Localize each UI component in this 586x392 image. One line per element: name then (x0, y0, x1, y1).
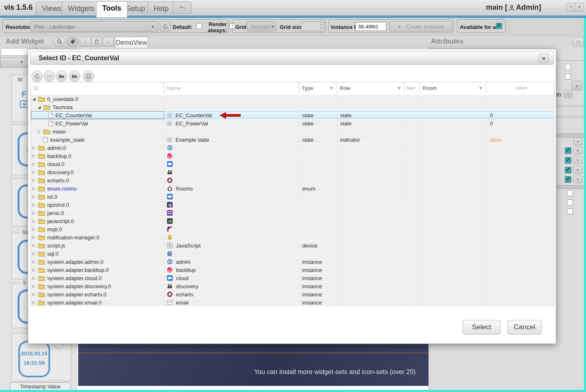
table-row[interactable]: example_stateExample statestateindicator… (31, 136, 554, 144)
table-row[interactable]: system.adapter.email.0emailinstance (31, 298, 554, 307)
table-row[interactable]: iqontrol.0Q (31, 201, 554, 209)
id-cell[interactable]: admin.0 (31, 144, 164, 152)
table-row[interactable]: 0_userdata.0 (31, 95, 554, 103)
table-row[interactable]: admin.0 (31, 144, 554, 152)
create-instance-button[interactable]: + Create instance (389, 21, 452, 32)
attribute-dropdown[interactable]: ▼ (573, 176, 582, 183)
expand-icon[interactable] (32, 293, 36, 296)
expand-icon[interactable] (32, 236, 36, 239)
scroll-up-button[interactable]: ▲ (572, 81, 582, 90)
id-cell[interactable]: system.adapter.cloud.0 (31, 274, 164, 282)
dialog-title-bar[interactable]: Select ID - EC_CounterVal ✕ (30, 51, 554, 65)
expand-icon[interactable] (32, 228, 36, 231)
id-cell[interactable]: system.adapter.email.0 (31, 298, 164, 307)
id-cell[interactable]: jarvis.0 (31, 209, 164, 217)
grid-size-stepper[interactable]: ▲▼ (301, 22, 324, 31)
id-cell[interactable]: 0_userdata.0 (31, 95, 164, 103)
expand-icon[interactable] (32, 171, 36, 174)
table-row[interactable]: javascript.0JS (31, 217, 554, 225)
attributes-menu-button[interactable] (573, 37, 584, 46)
expand-icon[interactable] (32, 211, 36, 215)
instance-id-input[interactable]: 38.49fb1 (356, 22, 386, 31)
id-cell[interactable]: example_state (31, 136, 164, 144)
grid-select[interactable]: Disabled▼ (247, 22, 276, 31)
attribute-checkbox[interactable] (565, 64, 571, 70)
menu-tab-widgets[interactable]: Widgets (62, 2, 101, 15)
expand-icon[interactable] (32, 179, 36, 182)
next-view-button[interactable]: › (103, 37, 114, 46)
attribute-checkbox[interactable] (567, 199, 573, 206)
expand-icon[interactable] (32, 244, 36, 247)
id-cell[interactable]: javascript.0 (31, 217, 164, 225)
attribute-checkbox[interactable] (567, 190, 573, 196)
table-row[interactable]: system.adapter.admin.0admininstance (31, 258, 554, 266)
collapse-icon[interactable] (37, 105, 41, 109)
role-filter-select[interactable]: Role▼ (337, 82, 405, 94)
expand-icon[interactable] (32, 219, 36, 223)
attribute-checkbox-checked[interactable]: ✓ (565, 157, 571, 164)
id-cell[interactable]: cloud.0 (31, 160, 164, 168)
id-cell[interactable]: notification-manager.0 (31, 233, 164, 241)
view-tab-demoview[interactable]: DemoView (115, 37, 148, 48)
resolution-refresh-button[interactable] (160, 21, 171, 32)
table-row[interactable]: enum.roomsRoomsenum (31, 184, 554, 193)
table-row[interactable]: iot.0 (31, 193, 554, 201)
table-row[interactable]: system.adapter.echarts.0echartsinstance (31, 290, 554, 298)
table-row[interactable]: Tasmota (31, 103, 554, 111)
id-cell[interactable]: script.js (31, 241, 164, 250)
id-cell[interactable]: meter (31, 127, 164, 136)
expand-icon[interactable] (32, 154, 36, 158)
dialog-close-button[interactable]: ✕ (539, 54, 549, 63)
filter-tag-button[interactable] (66, 37, 79, 46)
available-for-all-checkbox[interactable]: ✓ (496, 23, 502, 29)
id-cell[interactable]: echarts.0 (31, 176, 164, 184)
table-row[interactable]: cloud.0 (31, 160, 554, 168)
table-row[interactable]: EC_PowerValEC_PowerValstatestate0 (31, 119, 554, 127)
attribute-checkbox-checked[interactable]: ✓ (565, 147, 571, 154)
collapse-icon[interactable] (32, 97, 36, 101)
collapse-all-button[interactable] (44, 70, 55, 82)
collapse-folders-button[interactable] (56, 70, 67, 82)
menu-tab-help[interactable]: Help (147, 2, 175, 15)
expand-icon[interactable] (32, 268, 36, 272)
expand-icon[interactable] (32, 260, 36, 264)
table-row[interactable]: system.adapter.backitup.0backitupinstanc… (31, 266, 554, 274)
attribute-dropdown[interactable]: ▼ (573, 166, 582, 174)
type-filter-select[interactable]: Type▼ (299, 82, 337, 94)
close-window-button[interactable]: × (566, 3, 575, 12)
attribute-checkbox-checked[interactable]: ✓ (565, 176, 571, 183)
table-row[interactable]: notification-manager.0 (31, 233, 554, 241)
id-cell[interactable]: discovery.0 (31, 168, 164, 176)
search-widget-button[interactable] (53, 37, 66, 46)
attribute-checkbox[interactable] (567, 208, 573, 215)
expand-folders-button[interactable] (69, 70, 80, 82)
room-filter-select[interactable]: Room▼ (420, 82, 486, 94)
name-filter-input[interactable]: Name (164, 82, 299, 94)
id-cell[interactable]: iot.0 (31, 193, 164, 201)
menu-tab-tools[interactable]: Tools (96, 1, 127, 18)
table-row[interactable]: system.adapter.discovery.0discoveryinsta… (31, 282, 554, 290)
delete-view-button[interactable] (91, 37, 102, 46)
attribute-checkbox-checked[interactable]: ✓ (565, 167, 571, 173)
attribute-dropdown[interactable]: ▼ (573, 157, 582, 164)
columns-button[interactable] (83, 70, 94, 82)
attribute-dropdown[interactable]: ▼ (573, 147, 582, 154)
id-cell[interactable]: system.adapter.discovery.0 (31, 282, 164, 290)
table-row[interactable]: script.jsJavaScriptdevice (31, 241, 554, 250)
id-cell[interactable]: Tasmota (31, 103, 164, 111)
id-cell[interactable]: system.adapter.admin.0 (31, 258, 164, 266)
prev-view-button[interactable]: ‹ (80, 37, 91, 46)
table-row[interactable]: system.adapter.cloud.0cloudinstance (31, 274, 554, 282)
id-cell[interactable]: iqontrol.0 (31, 201, 164, 209)
table-row[interactable]: sql.0 (31, 250, 554, 258)
id-cell[interactable]: EC_CounterVal (31, 111, 164, 119)
id-cell[interactable]: enum.rooms (31, 184, 164, 193)
expand-icon[interactable] (32, 301, 36, 304)
table-row[interactable]: discovery.0 (31, 168, 554, 176)
table-row[interactable]: mqtt.0 (31, 225, 554, 233)
id-cell[interactable]: mqtt.0 (31, 225, 164, 233)
table-row[interactable]: jarvis.0 (31, 209, 554, 217)
attribute-dropdown[interactable]: ▼ (573, 138, 582, 145)
expand-icon[interactable] (32, 195, 36, 199)
id-filter-input[interactable]: ID (31, 82, 164, 94)
